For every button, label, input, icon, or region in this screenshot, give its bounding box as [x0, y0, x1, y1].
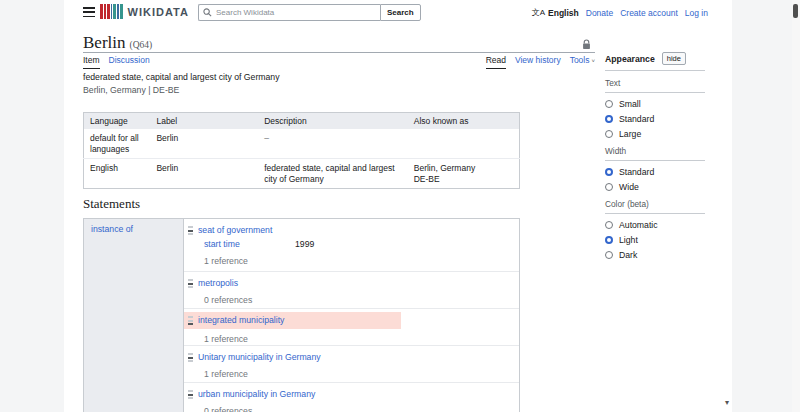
terms-col-header-description: Description — [258, 113, 408, 130]
appearance-option-label: Standard — [619, 167, 654, 177]
search-bar: Search — [198, 4, 421, 21]
tabs-right: ReadView historyTools˅ — [486, 55, 595, 69]
appearance-option-dark[interactable]: Dark — [605, 250, 705, 260]
radio-unchecked-icon[interactable] — [605, 130, 613, 138]
appearance-options: AutomaticLightDark — [605, 220, 705, 260]
appearance-option-label: Wide — [619, 182, 639, 192]
scrollbar[interactable] — [792, 0, 800, 412]
statements-heading: Statements — [83, 196, 140, 212]
tab-view-history[interactable]: View history — [515, 55, 561, 69]
appearance-title: Appearance — [605, 54, 655, 64]
statement-claim: integrated municipality1 reference — [184, 309, 519, 346]
appearance-header: Appearance hide — [605, 52, 705, 71]
appearance-option-label: Light — [619, 235, 638, 245]
radio-checked-icon[interactable] — [605, 168, 613, 176]
language-selector[interactable]: English — [548, 8, 579, 18]
claim-value-link[interactable]: Unitary municipality in Germany — [198, 351, 321, 364]
statement-claim: metropolis0 references — [184, 272, 519, 309]
appearance-option-label: Large — [619, 129, 641, 139]
appearance-option-small[interactable]: Small — [605, 99, 705, 109]
rank-deprecated-icon[interactable] — [188, 316, 193, 325]
claim-value-link[interactable]: urban municipality in Germany — [198, 388, 315, 401]
terms-table-body: default for all languagesBerlin–EnglishB… — [84, 129, 520, 189]
language-icon: 文A — [532, 7, 545, 18]
radio-unchecked-icon[interactable] — [605, 251, 613, 259]
radio-checked-icon[interactable] — [605, 236, 613, 244]
terms-cell: federated state, capital and largest cit… — [258, 159, 408, 189]
hamburger-menu-icon[interactable] — [83, 7, 95, 17]
radio-unchecked-icon[interactable] — [605, 100, 613, 108]
claim-main-snak: seat of government — [188, 224, 519, 237]
terms-cell: Berlin, Germany DE-BE — [408, 159, 520, 189]
appearance-option-light[interactable]: Light — [605, 235, 705, 245]
terms-cell — [408, 129, 520, 159]
claims-column: seat of governmentstart time19991 refere… — [184, 219, 519, 412]
appearance-option-automatic[interactable]: Automatic — [605, 220, 705, 230]
appearance-hide-button[interactable]: hide — [662, 52, 686, 65]
protection-lock-icon — [582, 39, 591, 50]
appearance-option-label: Small — [619, 99, 641, 109]
tab-tools[interactable]: Tools˅ — [570, 55, 595, 69]
header-link-create-account[interactable]: Create account — [620, 8, 678, 18]
tab-item[interactable]: Item — [83, 55, 100, 69]
wikidata-page: WIKIDATA Search 文A English DonateCreate … — [0, 0, 800, 412]
radio-unchecked-icon[interactable] — [605, 221, 613, 229]
rank-normal-icon[interactable] — [188, 279, 193, 288]
header-links: DonateCreate accountLog in — [586, 8, 708, 18]
appearance-section-label-width: Width — [605, 146, 705, 161]
rank-normal-icon[interactable] — [188, 390, 193, 399]
appearance-option-label: Dark — [619, 250, 637, 260]
content-sheet: WIKIDATA Search 文A English DonateCreate … — [64, 0, 732, 412]
property-link-instance-of[interactable]: instance of — [91, 224, 133, 234]
radio-unchecked-icon[interactable] — [605, 183, 613, 191]
references-toggle[interactable]: 1 reference — [204, 255, 519, 268]
references-toggle[interactable]: 0 references — [204, 405, 519, 412]
scrollbar-thumb[interactable] — [793, 4, 798, 18]
claim-value-link[interactable]: seat of government — [198, 224, 272, 237]
statement-property-column: instance of — [84, 219, 184, 412]
rank-normal-icon[interactable] — [188, 226, 193, 235]
appearance-options: StandardWide — [605, 167, 705, 192]
wikidata-logo-bars-icon — [100, 4, 123, 19]
appearance-option-standard[interactable]: Standard — [605, 167, 705, 177]
scroll-down-icon[interactable]: ▾ — [725, 398, 729, 407]
search-button[interactable]: Search — [380, 4, 421, 21]
claim-main-snak: metropolis — [188, 277, 519, 290]
qualifier-value: 1999 — [295, 239, 314, 249]
appearance-panel: Appearance hide TextSmallStandardLargeWi… — [605, 52, 705, 265]
terms-cell: default for all languages — [84, 129, 151, 159]
references-toggle[interactable]: 0 references — [204, 294, 519, 307]
search-input[interactable] — [198, 4, 380, 21]
tab-read[interactable]: Read — [486, 55, 506, 69]
terms-col-header-language: Language — [84, 113, 151, 130]
appearance-option-wide[interactable]: Wide — [605, 182, 705, 192]
radio-checked-icon[interactable] — [605, 115, 613, 123]
appearance-option-large[interactable]: Large — [605, 129, 705, 139]
wikidata-logo-text: WIKIDATA — [128, 6, 189, 18]
terms-cell: English — [84, 159, 151, 189]
references-toggle[interactable]: 1 reference — [204, 333, 519, 346]
header-link-donate[interactable]: Donate — [586, 8, 613, 18]
appearance-option-label: Standard — [619, 114, 654, 124]
rank-normal-icon[interactable] — [188, 353, 193, 362]
statements-table: instance of seat of governmentstart time… — [83, 218, 520, 412]
appearance-sections: TextSmallStandardLargeWidthStandardWideC… — [605, 78, 705, 260]
terms-cell: – — [258, 129, 408, 159]
wikidata-logo[interactable]: WIKIDATA — [100, 4, 189, 19]
header-link-log-in[interactable]: Log in — [685, 8, 708, 18]
entity-id: (Q64) — [130, 40, 153, 50]
appearance-option-standard[interactable]: Standard — [605, 114, 705, 124]
user-links: 文A English DonateCreate accountLog in — [532, 7, 708, 18]
appearance-option-label: Automatic — [619, 220, 658, 230]
terms-cell: Berlin — [150, 159, 258, 189]
chevron-down-icon: ˅ — [591, 58, 595, 64]
claim-value-link[interactable]: integrated municipality — [198, 314, 284, 327]
claim-value-link[interactable]: metropolis — [198, 277, 238, 290]
tab-discussion[interactable]: Discussion — [109, 55, 150, 69]
claim-qualifier: start time1999 — [204, 238, 519, 251]
page-title: Berlin — [83, 33, 126, 52]
terms-col-header-also-known-as: Also known as — [408, 113, 520, 130]
references-toggle[interactable]: 1 reference — [204, 368, 519, 381]
qualifier-property-link[interactable]: start time — [204, 238, 295, 251]
terms-col-header-label: Label — [150, 113, 258, 130]
